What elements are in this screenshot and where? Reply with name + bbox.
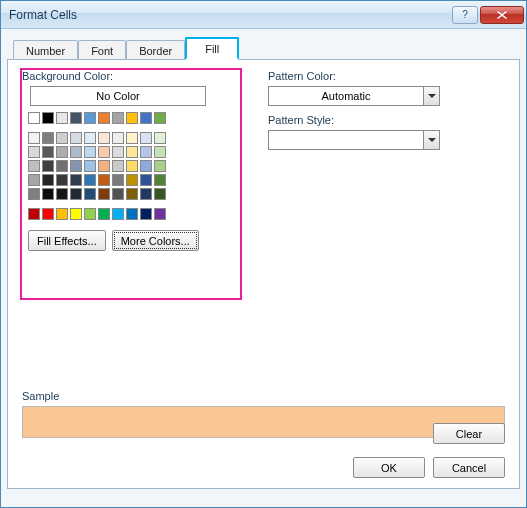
- color-swatch[interactable]: [98, 112, 110, 124]
- color-swatch[interactable]: [126, 208, 138, 220]
- color-swatch[interactable]: [56, 208, 68, 220]
- color-swatch[interactable]: [140, 188, 152, 200]
- titlebar: Format Cells ?: [1, 1, 526, 29]
- color-swatch[interactable]: [56, 112, 68, 124]
- color-swatch[interactable]: [98, 160, 110, 172]
- color-swatch[interactable]: [42, 160, 54, 172]
- color-swatch[interactable]: [140, 208, 152, 220]
- pattern-color-value: Automatic: [269, 90, 423, 102]
- color-swatch[interactable]: [84, 112, 96, 124]
- tab-strip: Number Font Border Fill: [13, 35, 520, 59]
- color-swatch[interactable]: [28, 188, 40, 200]
- color-swatch[interactable]: [126, 146, 138, 158]
- color-swatch[interactable]: [154, 174, 166, 186]
- color-swatch[interactable]: [112, 160, 124, 172]
- color-swatch[interactable]: [42, 112, 54, 124]
- color-swatch[interactable]: [140, 160, 152, 172]
- format-cells-dialog: Format Cells ? Number Font Border Fill B…: [0, 0, 527, 508]
- color-swatch[interactable]: [154, 188, 166, 200]
- color-swatch[interactable]: [140, 112, 152, 124]
- color-swatch[interactable]: [126, 112, 138, 124]
- color-swatch[interactable]: [112, 112, 124, 124]
- color-swatch[interactable]: [126, 174, 138, 186]
- chevron-down-icon: [423, 87, 439, 105]
- color-swatch[interactable]: [112, 188, 124, 200]
- pattern-style-dropdown[interactable]: [268, 130, 440, 150]
- pattern-section: Pattern Color: Automatic Pattern Style:: [268, 70, 468, 158]
- color-swatch[interactable]: [42, 174, 54, 186]
- color-swatch[interactable]: [140, 132, 152, 144]
- color-swatch[interactable]: [98, 208, 110, 220]
- chevron-down-icon: [423, 131, 439, 149]
- color-swatch[interactable]: [70, 132, 82, 144]
- color-swatch[interactable]: [28, 160, 40, 172]
- color-swatch[interactable]: [140, 146, 152, 158]
- color-swatch[interactable]: [98, 188, 110, 200]
- color-swatch[interactable]: [56, 132, 68, 144]
- color-swatch[interactable]: [70, 208, 82, 220]
- color-swatch[interactable]: [126, 188, 138, 200]
- fill-effects-button[interactable]: Fill Effects...: [28, 230, 106, 251]
- color-swatch[interactable]: [84, 208, 96, 220]
- pattern-color-label: Pattern Color:: [268, 70, 468, 82]
- color-swatch[interactable]: [84, 188, 96, 200]
- color-swatch[interactable]: [84, 174, 96, 186]
- color-swatch[interactable]: [84, 160, 96, 172]
- color-swatch[interactable]: [98, 146, 110, 158]
- ok-button[interactable]: OK: [353, 457, 425, 478]
- window-title: Format Cells: [9, 8, 450, 22]
- color-swatch[interactable]: [70, 112, 82, 124]
- cancel-button[interactable]: Cancel: [433, 457, 505, 478]
- background-color-label: Background Color:: [22, 70, 240, 82]
- color-swatch[interactable]: [28, 132, 40, 144]
- color-swatch[interactable]: [70, 160, 82, 172]
- tab-border[interactable]: Border: [126, 40, 185, 60]
- color-swatch[interactable]: [112, 146, 124, 158]
- color-swatch[interactable]: [154, 160, 166, 172]
- pattern-style-label: Pattern Style:: [268, 114, 468, 126]
- color-swatch[interactable]: [84, 132, 96, 144]
- tab-font[interactable]: Font: [78, 40, 126, 60]
- no-color-button[interactable]: No Color: [30, 86, 206, 106]
- color-swatch-grid: [28, 112, 240, 220]
- help-button[interactable]: ?: [452, 6, 478, 24]
- color-swatch[interactable]: [98, 132, 110, 144]
- color-swatch[interactable]: [112, 174, 124, 186]
- color-swatch[interactable]: [126, 132, 138, 144]
- color-swatch[interactable]: [112, 208, 124, 220]
- close-icon: [497, 11, 507, 19]
- color-swatch[interactable]: [42, 188, 54, 200]
- sample-label: Sample: [22, 390, 505, 402]
- more-colors-button[interactable]: More Colors...: [112, 230, 199, 251]
- color-swatch[interactable]: [154, 146, 166, 158]
- color-swatch[interactable]: [42, 132, 54, 144]
- color-swatch[interactable]: [98, 174, 110, 186]
- color-swatch[interactable]: [42, 208, 54, 220]
- color-swatch[interactable]: [140, 174, 152, 186]
- color-swatch[interactable]: [56, 146, 68, 158]
- color-swatch[interactable]: [70, 174, 82, 186]
- tab-fill[interactable]: Fill: [185, 37, 239, 60]
- color-swatch[interactable]: [42, 146, 54, 158]
- color-swatch[interactable]: [84, 146, 96, 158]
- color-swatch[interactable]: [28, 112, 40, 124]
- pattern-color-dropdown[interactable]: Automatic: [268, 86, 440, 106]
- color-swatch[interactable]: [28, 146, 40, 158]
- color-swatch[interactable]: [112, 132, 124, 144]
- color-swatch[interactable]: [70, 146, 82, 158]
- color-swatch[interactable]: [154, 112, 166, 124]
- color-swatch[interactable]: [154, 132, 166, 144]
- tab-panel-fill: Background Color: No Color Fill Effects.…: [7, 59, 520, 489]
- color-swatch[interactable]: [56, 174, 68, 186]
- color-swatch[interactable]: [28, 174, 40, 186]
- client-area: Number Font Border Fill Background Color…: [1, 29, 526, 507]
- color-swatch[interactable]: [154, 208, 166, 220]
- color-swatch[interactable]: [56, 160, 68, 172]
- color-swatch[interactable]: [56, 188, 68, 200]
- color-swatch[interactable]: [126, 160, 138, 172]
- tab-number[interactable]: Number: [13, 40, 78, 60]
- color-swatch[interactable]: [28, 208, 40, 220]
- close-button[interactable]: [480, 6, 524, 24]
- clear-button[interactable]: Clear: [433, 423, 505, 444]
- color-swatch[interactable]: [70, 188, 82, 200]
